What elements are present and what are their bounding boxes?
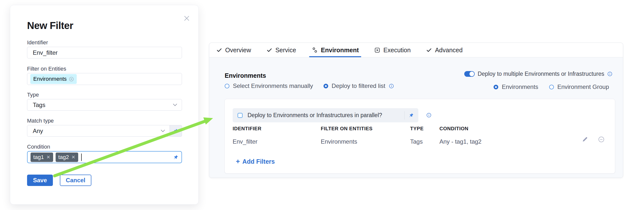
cell-type: Tags xyxy=(410,138,423,145)
text-cursor xyxy=(81,154,82,161)
col-header-type: TYPE xyxy=(410,126,424,131)
tab-label: Overview xyxy=(225,47,251,54)
close-icon[interactable] xyxy=(182,14,191,22)
radio-label: Select Environments manually xyxy=(233,83,313,89)
tab-execution[interactable]: Execution xyxy=(374,43,411,57)
radio-select-manually[interactable]: Select Environments manually xyxy=(225,83,313,89)
parallel-option-bar: Deploy to Environments or Infrastructure… xyxy=(232,108,418,122)
modal-title: New Filter xyxy=(27,20,73,31)
chevron-down-icon xyxy=(173,103,177,107)
radio-icon-selected[interactable] xyxy=(494,85,498,89)
identifier-label: Identifier xyxy=(27,39,48,46)
match-type-pin-button[interactable] xyxy=(170,125,182,137)
info-icon[interactable] xyxy=(389,84,394,89)
info-icon[interactable] xyxy=(607,71,612,77)
entities-chip-label: Environments xyxy=(33,76,67,82)
radio-environments[interactable]: Environments xyxy=(494,84,538,90)
radio-environment-group[interactable]: Environment Group xyxy=(549,84,609,90)
pencil-icon xyxy=(582,136,589,143)
execution-icon xyxy=(374,47,380,53)
match-type-value: Any xyxy=(27,127,43,134)
pin-icon xyxy=(173,155,178,160)
entities-chip[interactable]: Environments xyxy=(30,74,77,84)
radio-label: Deploy to filtered list xyxy=(332,83,385,89)
match-type-label: Match type xyxy=(27,118,54,124)
match-type-select[interactable]: Any xyxy=(27,125,170,137)
add-filters-label: Add Filters xyxy=(242,158,275,165)
parallel-pin-button[interactable] xyxy=(405,113,415,118)
pin-icon xyxy=(173,128,178,134)
filters-card: Deploy to Environments or Infrastructure… xyxy=(224,99,615,174)
filter-on-entities-label: Filter on Entities xyxy=(27,66,66,72)
col-header-condition: CONDITION xyxy=(440,126,468,131)
cell-identifier: Env_filter xyxy=(232,138,258,145)
condition-chip[interactable]: tag2 ✕ xyxy=(56,153,78,162)
toggle-label: Deploy to multiple Environments or Infra… xyxy=(478,71,604,77)
condition-chip-label: tag2 xyxy=(58,154,69,160)
condition-chip-label: tag1 xyxy=(33,154,44,160)
tab-label: Advanced xyxy=(435,47,462,54)
minus-circle-icon xyxy=(598,136,604,143)
filter-on-entities-input[interactable]: Environments xyxy=(27,73,182,85)
pin-icon xyxy=(409,113,414,118)
radio-deploy-filtered[interactable]: Deploy to filtered list xyxy=(324,83,394,89)
radio-label: Environment Group xyxy=(557,84,609,90)
tab-label: Execution xyxy=(383,47,411,54)
type-label: Type xyxy=(27,92,39,98)
type-value: Tags xyxy=(27,102,46,108)
stage-tabbar: Overview Service Environment Execution A… xyxy=(209,43,623,57)
condition-input[interactable]: tag1 ✕ tag2 ✕ xyxy=(27,151,182,163)
tab-overview[interactable]: Overview xyxy=(216,43,251,57)
check-icon xyxy=(426,47,432,53)
new-filter-modal: New Filter Identifier Env_filter Filter … xyxy=(10,5,198,205)
radio-icon-selected[interactable] xyxy=(324,84,328,88)
remove-filter-button[interactable] xyxy=(598,136,604,143)
multi-env-toggle[interactable] xyxy=(464,71,475,77)
check-icon xyxy=(266,47,272,53)
radio-icon[interactable] xyxy=(549,85,554,89)
edit-filter-button[interactable] xyxy=(582,136,589,143)
save-button[interactable]: Save xyxy=(27,175,53,186)
check-icon xyxy=(216,47,222,53)
toggle-knob xyxy=(470,72,474,76)
col-header-identifier: IDENTIFIER xyxy=(232,126,262,131)
cancel-button[interactable]: Cancel xyxy=(60,175,91,186)
radio-icon[interactable] xyxy=(225,84,230,88)
plus-icon: + xyxy=(236,158,240,165)
environments-heading: Environments xyxy=(225,72,266,79)
chip-remove-icon[interactable] xyxy=(69,77,74,82)
chip-remove-icon[interactable]: ✕ xyxy=(72,155,76,159)
parallel-label: Deploy to Environments or Infrastructure… xyxy=(248,112,382,119)
add-filters-button[interactable]: + Add Filters xyxy=(236,158,275,165)
chevron-down-icon xyxy=(161,129,165,133)
cell-condition: Any - tag1, tag2 xyxy=(440,138,482,145)
identifier-input[interactable]: Env_filter xyxy=(27,47,182,58)
chip-remove-icon[interactable]: ✕ xyxy=(46,155,50,159)
tab-environment[interactable]: Environment xyxy=(312,43,359,57)
info-icon[interactable] xyxy=(426,113,432,118)
type-select[interactable]: Tags xyxy=(27,99,182,111)
col-header-filter-on-entities: FILTER ON ENTITIES xyxy=(321,126,373,131)
cell-filter-on-entities: Environments xyxy=(321,138,357,145)
tab-service[interactable]: Service xyxy=(266,43,296,57)
environment-icon xyxy=(312,47,318,53)
condition-chip[interactable]: tag1 ✕ xyxy=(30,153,53,162)
tab-advanced[interactable]: Advanced xyxy=(426,43,462,57)
identifier-value: Env_filter xyxy=(27,49,58,56)
pipeline-stage-panel: Overview Service Environment Execution A… xyxy=(209,43,623,178)
tab-label: Service xyxy=(275,47,296,54)
parallel-checkbox[interactable] xyxy=(238,113,242,118)
condition-label: Condition xyxy=(27,144,50,150)
radio-label: Environments xyxy=(502,84,538,90)
tab-label: Environment xyxy=(321,47,359,54)
condition-pin-button[interactable] xyxy=(173,155,178,160)
